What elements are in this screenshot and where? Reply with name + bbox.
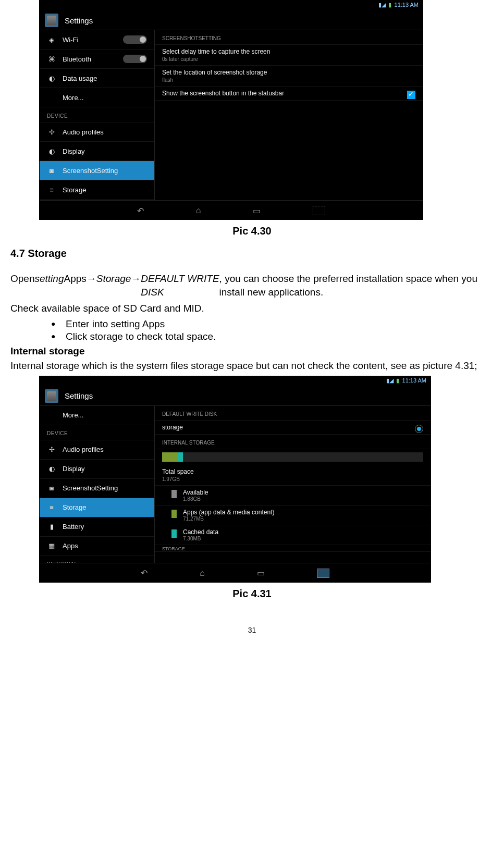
sidebar-category-personal: PERSONAL (40, 556, 154, 563)
settings-header: Settings (40, 11, 423, 30)
sidebar-item-screenshotsetting[interactable]: ◙ScreenshotSetting (40, 161, 154, 180)
recent-icon[interactable]: ▭ (257, 568, 265, 578)
bluetooth-toggle[interactable] (123, 55, 147, 63)
sidebar-item-apps[interactable]: ▦Apps (40, 537, 154, 556)
audio-icon: ✢ (47, 127, 56, 137)
settings-icon (45, 389, 58, 403)
bullet-2: Click storage to check total space. (51, 331, 494, 342)
sidebar-item-display[interactable]: ◐Display (40, 142, 154, 161)
sidebar: More... DEVICE ✢Audio profiles ◐Display … (40, 406, 155, 563)
battery-icon: ▮ (47, 522, 56, 532)
display-icon: ◐ (47, 464, 56, 474)
apps-icon: ▦ (47, 541, 56, 551)
row-available[interactable]: Available1.88GB (155, 486, 431, 505)
sidebar-item-data-usage[interactable]: ◐Data usage (40, 69, 154, 88)
row-show-button[interactable]: Show the screenshot button in the status… (155, 87, 423, 101)
recent-icon[interactable]: ▭ (253, 206, 261, 216)
bullet-1: Enter into setting Apps (51, 318, 494, 330)
paragraph-1: Open setting Apps→Storage→DEFAULT WRITE … (10, 272, 494, 299)
bluetooth-icon: ⌘ (47, 54, 56, 64)
home-icon[interactable]: ⌂ (196, 206, 201, 215)
data-icon: ◐ (47, 73, 56, 83)
screenshot-nav-icon[interactable] (317, 569, 329, 578)
storage-usage-bar (162, 452, 423, 462)
sidebar-item-more[interactable]: More... (40, 88, 154, 107)
back-icon[interactable]: ↶ (137, 206, 144, 216)
sidebar-category-device: DEVICE (40, 107, 154, 122)
status-time: 11:13 AM (395, 2, 419, 8)
row-cached[interactable]: Cached data7.30MB (155, 525, 431, 545)
swatch-icon (171, 490, 177, 498)
status-bar: ▮◢ ▮ 11:13 AM (40, 1, 423, 11)
header-title: Settings (65, 16, 93, 25)
sidebar-item-battery[interactable]: ▮Battery (40, 200, 154, 200)
radio-icon[interactable] (415, 425, 423, 433)
wifi-toggle[interactable] (123, 35, 147, 44)
category-default-write-disk: DEFAULT WRITE DISK (155, 406, 431, 421)
nav-bar: ↶ ⌂ ▭ (40, 200, 423, 220)
storage-icon: ≡ (47, 185, 56, 194)
screenshot-nav-icon[interactable] (313, 206, 325, 215)
status-bar: ▮◢ ▮ 11:13 AM (40, 376, 431, 387)
signal-icon: ▮◢ (386, 377, 394, 384)
wifi-icon: ◈ (47, 35, 56, 44)
sidebar-item-screenshotsetting[interactable]: ◙ScreenshotSetting (40, 479, 154, 498)
screenshot-4-31: ▮◢ ▮ 11:13 AM Settings More... DEVICE ✢A… (39, 376, 431, 583)
header-title: Settings (65, 391, 93, 400)
row-storage-location[interactable]: Set the location of screenshot storage f… (155, 66, 423, 87)
storage-icon: ≡ (47, 503, 56, 512)
sidebar-category-device: DEVICE (40, 425, 154, 440)
display-icon: ◐ (47, 146, 56, 156)
nav-bar: ↶ ⌂ ▭ (40, 563, 431, 583)
category-storage-bottom: STORAGE (155, 545, 431, 552)
caption-4-30: Pic 4.30 (10, 225, 494, 237)
battery-icon: ▮ (396, 377, 399, 384)
sidebar-item-display[interactable]: ◐Display (40, 460, 154, 479)
sidebar-item-audio[interactable]: ✢Audio profiles (40, 122, 154, 142)
swatch-icon (171, 529, 177, 538)
sidebar-item-audio[interactable]: ✢Audio profiles (40, 440, 154, 460)
checkbox-icon[interactable] (407, 91, 415, 99)
category-internal-storage: INTERNAL STORAGE (155, 435, 431, 449)
camera-icon: ◙ (47, 484, 56, 493)
section-title: 4.7 Storage (10, 248, 494, 260)
home-icon[interactable]: ⌂ (200, 569, 205, 578)
row-delay-time[interactable]: Select delay time to capture the screen … (155, 45, 423, 66)
settings-icon (45, 14, 58, 27)
bullet-list: Enter into setting Apps Click storage to… (51, 318, 494, 342)
paragraph-3: Internal storage which is the system fil… (10, 359, 494, 373)
heading-internal-storage: Internal storage (10, 346, 494, 357)
sidebar-item-more[interactable]: More... (40, 406, 154, 425)
row-apps[interactable]: Apps (app data & media content)71.27MB (155, 505, 431, 525)
battery-icon: ▮ (388, 2, 391, 8)
sidebar-item-storage[interactable]: ≡Storage (40, 498, 154, 517)
signal-icon: ▮◢ (378, 2, 386, 8)
main-panel: SCREENSHOTSETTING Select delay time to c… (155, 30, 423, 200)
sidebar: ◈Wi-Fi ⌘Bluetooth ◐Data usage More... DE… (40, 30, 155, 200)
caption-4-31: Pic 4.31 (10, 588, 494, 600)
row-total-space: Total space 1.97GB (155, 465, 431, 486)
main-panel: DEFAULT WRITE DISK storage INTERNAL STOR… (155, 406, 431, 563)
sidebar-item-storage[interactable]: ≡Storage (40, 180, 154, 200)
screenshot-4-30: ▮◢ ▮ 11:13 AM Settings ◈Wi-Fi ⌘Bluetooth… (39, 0, 423, 220)
audio-icon: ✢ (47, 445, 56, 454)
sidebar-item-wifi[interactable]: ◈Wi-Fi (40, 30, 154, 50)
main-category: SCREENSHOTSETTING (155, 30, 423, 45)
status-time: 11:13 AM (402, 377, 426, 384)
settings-header: Settings (40, 387, 431, 406)
paragraph-2: Check available space of SD Card and MID… (10, 302, 494, 315)
row-storage-radio[interactable]: storage (155, 421, 431, 435)
sidebar-item-battery[interactable]: ▮Battery (40, 517, 154, 537)
swatch-icon (171, 510, 177, 518)
back-icon[interactable]: ↶ (141, 568, 147, 578)
sidebar-item-bluetooth[interactable]: ⌘Bluetooth (40, 50, 154, 69)
page-number: 31 (10, 626, 494, 634)
camera-icon: ◙ (47, 166, 56, 175)
